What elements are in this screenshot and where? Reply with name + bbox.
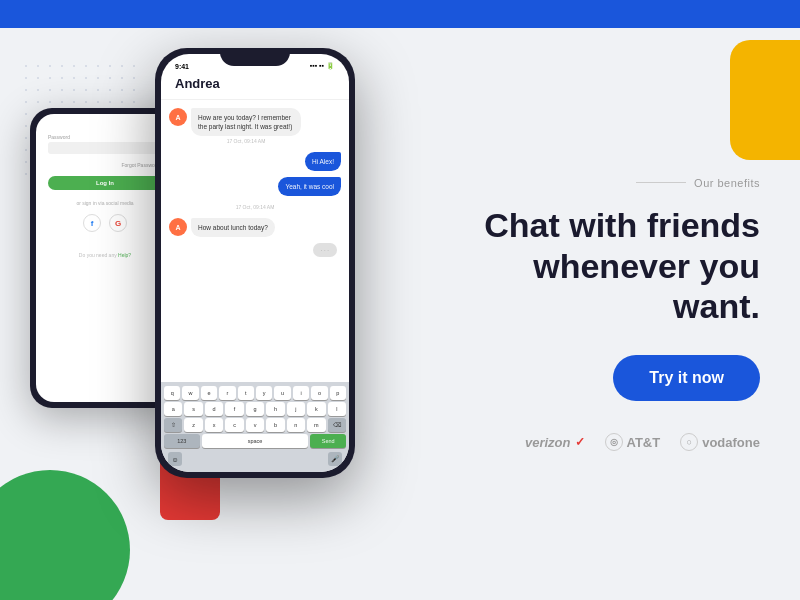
message-row-1: A How are you today? I remember the part… xyxy=(169,108,341,146)
key-g[interactable]: g xyxy=(246,402,264,416)
keyboard-row-3: ⇧ z x c v b n m ⌫ xyxy=(164,418,346,432)
key-h[interactable]: h xyxy=(266,402,284,416)
message-time-2: 17 Oct, 09:14 AM xyxy=(169,204,341,210)
key-k[interactable]: k xyxy=(307,402,325,416)
key-space[interactable]: space xyxy=(202,434,309,448)
mic-key[interactable]: 🎤 xyxy=(328,452,342,466)
message-bubble-4: How about lunch today? xyxy=(191,218,275,237)
benefits-text: Our benefits xyxy=(694,177,760,189)
yellow-decoration xyxy=(730,40,800,160)
keyboard: q w e r t y u i o p a s d xyxy=(161,382,349,472)
vodafone-logo: ○ vodafone xyxy=(680,433,760,451)
facebook-icon[interactable]: f xyxy=(83,214,101,232)
top-bar xyxy=(0,0,800,28)
benefits-label: Our benefits xyxy=(480,177,760,189)
key-f[interactable]: f xyxy=(225,402,243,416)
help-link[interactable]: Help? xyxy=(118,252,131,258)
verizon-text: verizon xyxy=(525,435,571,450)
key-e[interactable]: e xyxy=(201,386,217,400)
chat-phone: 9:41 ▪▪▪ ▪▪ 🔋 Andrea A How are you today… xyxy=(155,48,355,478)
message-row-4: A How about lunch today? xyxy=(169,218,341,237)
typing-indicator: · · · xyxy=(313,243,337,257)
key-l[interactable]: l xyxy=(328,402,346,416)
benefits-line xyxy=(636,182,686,183)
att-logo: ◎ AT&T xyxy=(605,433,661,451)
key-q[interactable]: q xyxy=(164,386,180,400)
keyboard-extras: ☺ 🎤 xyxy=(164,450,346,468)
vodafone-text: vodafone xyxy=(702,435,760,450)
login-screen: Password Forgot Password? Log In or sign… xyxy=(36,114,174,402)
key-shift[interactable]: ⇧ xyxy=(164,418,182,432)
keyboard-bottom-row: 123 space Send xyxy=(164,434,346,448)
keyboard-row-1: q w e r t y u i o p xyxy=(164,386,346,400)
vodafone-icon: ○ xyxy=(680,433,698,451)
key-delete[interactable]: ⌫ xyxy=(328,418,346,432)
social-divider: or sign in via social media xyxy=(48,200,162,206)
key-j[interactable]: j xyxy=(287,402,305,416)
headline: Chat with friendswhenever you want. xyxy=(480,205,760,327)
key-m[interactable]: m xyxy=(307,418,325,432)
verizon-check-icon: ✓ xyxy=(575,435,585,449)
login-button[interactable]: Log In xyxy=(48,176,162,190)
password-label: Password xyxy=(48,134,162,140)
key-v[interactable]: v xyxy=(246,418,264,432)
google-icon[interactable]: G xyxy=(109,214,127,232)
key-123[interactable]: 123 xyxy=(164,434,200,448)
att-icon: ◎ xyxy=(605,433,623,451)
key-y[interactable]: y xyxy=(256,386,272,400)
time-display: 9:41 xyxy=(175,63,189,70)
key-t[interactable]: t xyxy=(238,386,254,400)
message-row-2: Hi Alex! xyxy=(169,152,341,171)
sender-avatar-1: A xyxy=(169,108,187,126)
emoji-key[interactable]: ☺ xyxy=(168,452,182,466)
key-o[interactable]: o xyxy=(311,386,327,400)
help-text: Do you need any Help? xyxy=(48,252,162,258)
try-it-now-button[interactable]: Try it now xyxy=(613,355,760,401)
message-row-3: Yeah, it was cool xyxy=(169,177,341,196)
key-w[interactable]: w xyxy=(182,386,198,400)
key-b[interactable]: b xyxy=(266,418,284,432)
verizon-logo: verizon ✓ xyxy=(525,435,585,450)
key-z[interactable]: z xyxy=(184,418,202,432)
key-s[interactable]: s xyxy=(184,402,202,416)
message-time-1: 17 Oct, 09:14 AM xyxy=(191,138,301,144)
social-icons: f G xyxy=(48,214,162,232)
key-p[interactable]: p xyxy=(330,386,346,400)
key-r[interactable]: r xyxy=(219,386,235,400)
chat-messages: A How are you today? I remember the part… xyxy=(161,100,349,382)
key-n[interactable]: n xyxy=(287,418,305,432)
key-send[interactable]: Send xyxy=(310,434,346,448)
chat-screen: 9:41 ▪▪▪ ▪▪ 🔋 Andrea A How are you today… xyxy=(161,54,349,472)
message-bubble-1: How are you today? I remember the party … xyxy=(191,108,301,136)
sender-avatar-2: A xyxy=(169,218,187,236)
signal-icons: ▪▪▪ ▪▪ 🔋 xyxy=(310,62,335,70)
key-a[interactable]: a xyxy=(164,402,182,416)
key-x[interactable]: x xyxy=(205,418,223,432)
keyboard-row-2: a s d f g h j k l xyxy=(164,402,346,416)
content-section: Our benefits Chat with friendswhenever y… xyxy=(460,157,800,471)
message-bubble-3: Yeah, it was cool xyxy=(278,177,341,196)
key-c[interactable]: c xyxy=(225,418,243,432)
password-field xyxy=(48,142,162,154)
att-text: AT&T xyxy=(627,435,661,450)
forgot-password-link[interactable]: Forgot Password? xyxy=(48,162,162,168)
partners-section: verizon ✓ ◎ AT&T ○ vodafone xyxy=(480,433,760,451)
key-u[interactable]: u xyxy=(274,386,290,400)
key-i[interactable]: i xyxy=(293,386,309,400)
chat-contact-name: Andrea xyxy=(161,72,349,100)
key-d[interactable]: d xyxy=(205,402,223,416)
phone-notch xyxy=(220,48,290,66)
message-bubble-2: Hi Alex! xyxy=(305,152,341,171)
